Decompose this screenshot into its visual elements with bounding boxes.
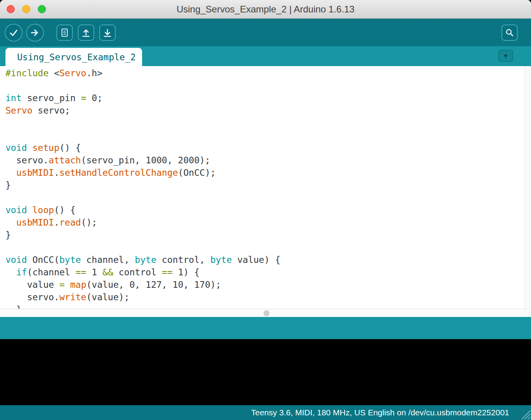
status-bar: Teensy 3.6, MIDI, 180 MHz, US English on… <box>0 405 531 420</box>
console-output <box>0 339 531 405</box>
zoom-button[interactable] <box>38 5 46 13</box>
chevron-down-icon: ▼ <box>503 53 509 59</box>
minimize-button[interactable] <box>22 5 30 13</box>
new-sketch-button[interactable] <box>56 24 73 41</box>
save-sketch-button[interactable] <box>99 24 116 41</box>
check-icon <box>8 27 19 38</box>
code-editor[interactable]: #include <Servo.h> int servo_pin = 0;Ser… <box>5 67 524 309</box>
arrow-right-icon <box>30 27 40 38</box>
tab-list-button[interactable]: ▼ <box>498 50 513 62</box>
board-status-text: Teensy 3.6, MIDI, 180 MHz, US English on… <box>251 408 509 417</box>
upload-button[interactable] <box>26 24 44 42</box>
tab-label: Using_Servos_Example_2 <box>17 52 136 62</box>
tab-using-servos-example-2[interactable]: Using_Servos_Example_2 <box>5 48 142 66</box>
resize-grip[interactable] <box>519 408 531 420</box>
arduino-ide-window: Using_Servos_Example_2 | Arduino 1.6.13 <box>0 0 531 420</box>
magnifier-icon <box>505 28 515 38</box>
traffic-lights <box>7 5 46 13</box>
window-title: Using_Servos_Example_2 | Arduino 1.6.13 <box>0 0 531 18</box>
titlebar[interactable]: Using_Servos_Example_2 | Arduino 1.6.13 <box>0 0 531 19</box>
open-sketch-button[interactable] <box>78 24 94 41</box>
editor-vertical-scrollbar[interactable] <box>524 66 531 309</box>
serial-monitor-button[interactable] <box>501 24 518 41</box>
divider-grip[interactable] <box>264 310 269 316</box>
tab-bar: Using_Servos_Example_2 ▼ <box>0 46 531 66</box>
editor-horizontal-scrollbar[interactable] <box>0 309 531 317</box>
close-button[interactable] <box>7 5 15 13</box>
arrow-down-icon <box>102 28 113 38</box>
verify-button[interactable] <box>5 24 23 42</box>
status-message-area <box>0 317 531 339</box>
document-icon <box>60 28 70 38</box>
toolbar <box>0 19 531 46</box>
arrow-up-icon <box>81 28 91 38</box>
editor-area: #include <Servo.h> int servo_pin = 0;Ser… <box>0 66 531 309</box>
